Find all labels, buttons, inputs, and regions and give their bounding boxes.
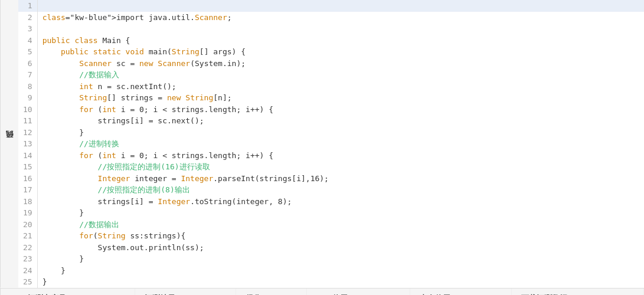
col-memory: 内存使用: [410, 289, 511, 296]
line-code: //按照指定的进制(8)输出: [37, 184, 644, 196]
line-number: 8: [18, 81, 37, 93]
line-number: 20: [18, 219, 37, 231]
detail-records-label: 详细记录: [0, 289, 18, 296]
line-code: [37, 23, 644, 35]
line-number: 7: [18, 69, 37, 81]
col-cpu: CPU使用: [306, 289, 410, 296]
line-code: //数据输入: [37, 69, 644, 81]
line-number: 10: [18, 104, 37, 116]
line-code: }: [37, 207, 644, 219]
line-number: 22: [18, 242, 37, 254]
line-code: //按照指定的进制(16)进行读取: [37, 161, 644, 173]
line-code: }: [37, 253, 644, 265]
line-code: public static void main(String[] args) {: [37, 46, 644, 58]
source-code-section: 源代码 1 2class="kw-blue">import java.util.…: [0, 0, 644, 289]
line-code: Integer integer = Integer.parseInt(strin…: [37, 173, 644, 185]
line-code: Scanner sc = new Scanner(System.in);: [37, 58, 644, 70]
line-code: for (int i = 0; i < strings.length; i++)…: [37, 104, 644, 116]
line-code: String[] strings = new String[n];: [37, 92, 644, 104]
line-code: int n = sc.nextInt();: [37, 81, 644, 93]
detail-header-row: 评测点序号 评测结果 得分 CPU使用 内存使用 下载评测数据: [18, 289, 644, 296]
line-number: 12: [18, 127, 37, 139]
col-score: 得分: [236, 289, 306, 296]
detail-section: 详细记录 评测点序号 评测结果 得分 CPU使用 内存使用 下载评测数据 1运行…: [0, 289, 644, 296]
line-code: System.out.println(ss);: [37, 242, 644, 254]
line-code: public class Main {: [37, 35, 644, 47]
col-result: 评测结果: [135, 289, 236, 296]
line-number: 9: [18, 92, 37, 104]
line-code: for(String ss:strings){: [37, 230, 644, 242]
line-code: }: [37, 276, 644, 288]
line-number: 18: [18, 196, 37, 208]
col-download: 下载评测数据: [511, 289, 643, 296]
line-code: class="kw-blue">import java.util.Scanner…: [37, 12, 644, 24]
line-code: strings[i] = sc.next();: [37, 115, 644, 127]
line-code: //数据输出: [37, 219, 644, 231]
line-number: 1: [18, 0, 37, 12]
line-number: 24: [18, 265, 37, 277]
line-code: }: [37, 265, 644, 277]
line-number: 23: [18, 253, 37, 265]
line-code: strings[i] = Integer.toString(integer, 8…: [37, 196, 644, 208]
col-seq: 评测点序号: [18, 289, 135, 296]
line-number: 19: [18, 207, 37, 219]
line-number: 2: [18, 12, 37, 24]
code-table: 1 2class="kw-blue">import java.util.Scan…: [18, 0, 644, 288]
line-number: 21: [18, 230, 37, 242]
line-number: 25: [18, 276, 37, 288]
line-number: 16: [18, 173, 37, 185]
line-code: }: [37, 127, 644, 139]
code-container[interactable]: 1 2class="kw-blue">import java.util.Scan…: [18, 0, 644, 288]
line-number: 15: [18, 161, 37, 173]
line-number: 5: [18, 46, 37, 58]
line-number: 17: [18, 184, 37, 196]
line-number: 3: [18, 23, 37, 35]
source-code-label: 源代码: [0, 0, 18, 288]
line-number: 4: [18, 35, 37, 47]
line-number: 11: [18, 115, 37, 127]
detail-content: 评测点序号 评测结果 得分 CPU使用 内存使用 下载评测数据 1运行错误0.0…: [18, 289, 644, 296]
detail-table: 评测点序号 评测结果 得分 CPU使用 内存使用 下载评测数据 1运行错误0.0…: [18, 289, 644, 296]
line-number: 6: [18, 58, 37, 70]
line-number: 13: [18, 138, 37, 150]
line-code: //进制转换: [37, 138, 644, 150]
line-number: 14: [18, 150, 37, 162]
line-code: [37, 0, 644, 12]
line-code: for (int i = 0; i < strings.length; i++)…: [37, 150, 644, 162]
